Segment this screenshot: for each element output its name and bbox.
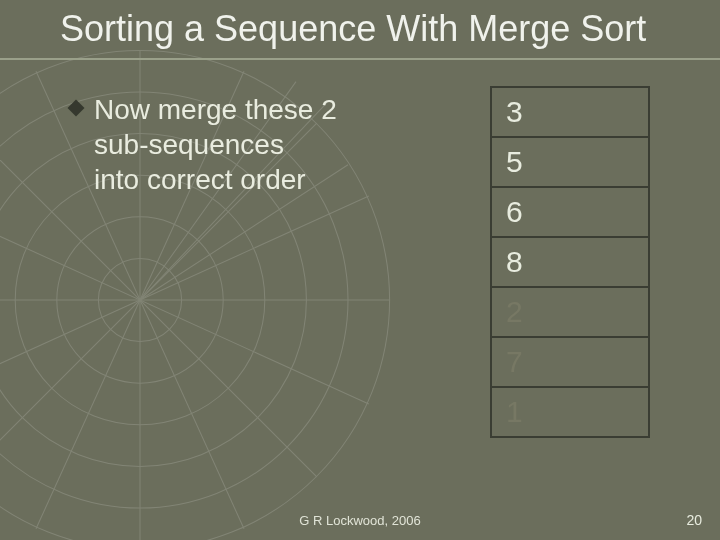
cell-0: 3 [490,88,650,138]
svg-line-13 [0,196,369,404]
sequence-column: 3 5 6 8 2 7 1 [490,86,650,438]
cell-4: 2 [490,288,650,338]
svg-point-3 [15,175,265,425]
footer-credit: G R Lockwood, 2006 [0,513,720,528]
svg-point-4 [57,217,223,383]
body-line-2: sub-sequences [94,127,337,162]
cell-3: 8 [490,238,650,288]
svg-line-12 [0,196,369,404]
cell-6: 1 [490,388,650,438]
body-line-1: Now merge these 2 [94,92,337,127]
svg-point-5 [98,258,181,341]
slide-title: Sorting a Sequence With Merge Sort [60,8,700,50]
cell-2: 6 [490,188,650,238]
cell-5: 7 [490,338,650,388]
cell-1: 5 [490,138,650,188]
body-text: Now merge these 2 sub-sequences into cor… [94,92,337,197]
body-line-3: into correct order [94,162,337,197]
bullet-icon [68,100,85,117]
title-underline [0,58,720,60]
page-number: 20 [686,512,702,528]
